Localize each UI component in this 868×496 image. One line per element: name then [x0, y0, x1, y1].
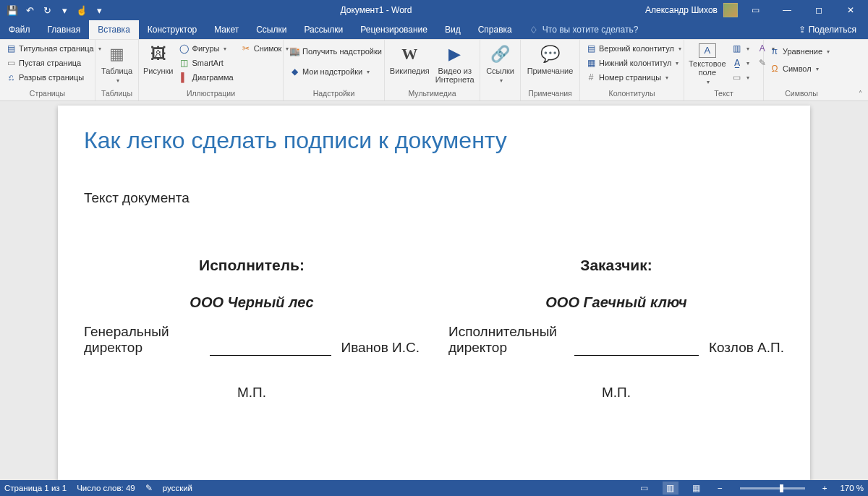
link-icon: 🔗 — [490, 43, 511, 65]
undo-icon[interactable]: ↶ — [22, 2, 38, 18]
group-header-footer-label: Колонтитулы — [583, 89, 681, 101]
header-button[interactable]: ▤Верхний колонтитул▾ — [583, 42, 684, 56]
tab-file[interactable]: Файл — [0, 20, 39, 39]
status-page[interactable]: Страница 1 из 1 — [4, 484, 67, 492]
smartart-button[interactable]: ◫SmartArt — [176, 56, 237, 70]
group-links-label — [483, 89, 517, 101]
smartart-icon: ◫ — [179, 59, 190, 69]
maximize-icon[interactable]: ◻ — [804, 0, 833, 20]
online-video-button[interactable]: ▶ Видео из Интернета — [433, 40, 477, 84]
equation-icon: π — [770, 47, 780, 57]
footer-icon: ▦ — [586, 59, 596, 69]
text-box-icon: A — [699, 43, 716, 58]
tab-review[interactable]: Рецензирование — [352, 20, 436, 39]
blank-page-button[interactable]: ▭Пустая страница — [3, 56, 104, 70]
signer-role-right: Исполнительный директор — [448, 324, 564, 356]
share-label: Поделиться — [809, 25, 856, 35]
tab-design[interactable]: Конструктор — [139, 20, 205, 39]
signer-name-right: Козлов А.П. — [709, 340, 784, 356]
page-break-button[interactable]: ⎌Разрыв страницы — [3, 71, 104, 85]
signer-title-right: Заказчик: — [448, 257, 784, 274]
group-media: W Википедия ▶ Видео из Интернета Мультим… — [385, 39, 480, 101]
tab-layout[interactable]: Макет — [205, 20, 247, 39]
signer-title-left: Исполнитель: — [84, 257, 420, 274]
read-mode-icon[interactable]: ▭ — [637, 482, 652, 495]
share-button[interactable]: ⇪ Поделиться — [794, 23, 861, 36]
status-language[interactable]: русский — [163, 484, 192, 492]
ribbon-display-options-icon[interactable]: ▭ — [741, 0, 770, 20]
signature-right[interactable]: Заказчик: ООО Гаечный ключ Исполнительны… — [448, 257, 784, 401]
signer-name-left: Иванов И.С. — [341, 340, 420, 356]
tab-help[interactable]: Справка — [469, 20, 521, 39]
my-addins-button[interactable]: ◆Мои надстройки▾ — [286, 65, 385, 79]
document-heading[interactable]: Как легко сделать подписи к документу — [84, 127, 784, 154]
title-bar: 💾 ↶ ↻ ▾ ☝ ▾ Документ1 - Word Александр Ш… — [0, 0, 868, 20]
signature-block: Исполнитель: ООО Черный лес Генеральный … — [84, 257, 784, 401]
video-icon: ▶ — [444, 43, 466, 65]
share-icon: ⇪ — [799, 25, 806, 35]
group-comments: 💬 Примечание Примечания — [521, 39, 580, 101]
group-illustrations: 🖼 Рисунки ◯Фигуры▾ ◫SmartArt ▌Диаграмма … — [139, 39, 284, 101]
group-addins-label: Надстройки — [286, 89, 381, 101]
table-button[interactable]: ▦ Таблица▾ — [98, 40, 135, 85]
cover-page-button[interactable]: ▤Титульная страница▾ — [3, 42, 104, 56]
minimize-icon[interactable]: — — [773, 0, 801, 20]
tell-me-search[interactable]: ♢ Что вы хотите сделать? — [521, 20, 647, 39]
wikipedia-button[interactable]: W Википедия — [388, 40, 432, 75]
close-icon[interactable]: ✕ — [836, 0, 865, 20]
tab-references[interactable]: Ссылки — [247, 20, 295, 39]
document-area[interactable]: Как легко сделать подписи к документу Те… — [0, 101, 868, 480]
zoom-out-button[interactable]: − — [715, 484, 726, 492]
tab-mailings[interactable]: Рассылки — [295, 20, 352, 39]
shapes-button[interactable]: ◯Фигуры▾ — [176, 42, 237, 56]
page-break-icon: ⎌ — [6, 73, 16, 83]
touch-mode-icon[interactable]: ☝ — [74, 2, 90, 18]
status-word-count[interactable]: Число слов: 49 — [77, 484, 135, 492]
qat-more-icon[interactable]: ▾ — [91, 2, 107, 18]
group-comments-label: Примечания — [524, 89, 576, 101]
redo-icon[interactable]: ↻ — [39, 2, 55, 18]
get-addins-button[interactable]: 🏬Получить надстройки — [286, 45, 385, 59]
signature-line-right — [574, 343, 699, 356]
signer-role-left: Генеральный директор — [84, 324, 200, 356]
tab-view[interactable]: Вид — [436, 20, 469, 39]
print-layout-icon[interactable]: ▥ — [663, 482, 678, 495]
footer-button[interactable]: ▦Нижний колонтитул▾ — [583, 56, 684, 70]
avatar[interactable] — [723, 3, 738, 17]
account-name[interactable]: Александр Шихов — [645, 5, 718, 15]
blank-page-icon: ▭ — [6, 59, 16, 69]
zoom-in-button[interactable]: + — [820, 484, 830, 492]
collapse-ribbon-icon[interactable]: ˄ — [856, 88, 865, 99]
zoom-thumb[interactable] — [780, 484, 783, 492]
symbol-icon: Ω — [770, 64, 780, 74]
equation-button[interactable]: πУравнение▾ — [767, 45, 833, 59]
page-number-button[interactable]: #Номер страницы▾ — [583, 71, 684, 85]
symbol-button[interactable]: ΩСимвол▾ — [767, 62, 833, 76]
stamp-place-right: М.П. — [448, 385, 784, 401]
zoom-slider[interactable] — [740, 487, 805, 489]
shapes-icon: ◯ — [179, 44, 190, 54]
page[interactable]: Как легко сделать подписи к документу Те… — [58, 106, 810, 480]
text-box-button[interactable]: A Текстовое поле▾ — [687, 40, 728, 87]
document-body-text[interactable]: Текст документа — [84, 190, 784, 206]
web-layout-icon[interactable]: ▦ — [689, 482, 705, 495]
comment-icon: 💬 — [540, 43, 561, 65]
tab-home[interactable]: Главная — [39, 20, 90, 39]
customize-qat-icon[interactable]: ▾ — [56, 2, 72, 18]
save-icon[interactable]: 💾 — [4, 2, 20, 18]
pictures-button[interactable]: 🖼 Рисунки — [142, 40, 175, 75]
zoom-level[interactable]: 170 % — [840, 484, 864, 492]
proofing-icon[interactable]: ✎ — [145, 483, 153, 493]
group-illustrations-label: Иллюстрации — [142, 89, 280, 101]
signature-left[interactable]: Исполнитель: ООО Черный лес Генеральный … — [84, 257, 420, 401]
comment-button[interactable]: 💬 Примечание — [524, 40, 576, 75]
drop-cap-icon: A̲ — [732, 59, 742, 69]
tab-insert[interactable]: Вставка — [89, 20, 139, 39]
group-tables-label: Таблицы — [98, 89, 135, 101]
lightbulb-icon: ♢ — [529, 25, 538, 35]
stamp-place-left: М.П. — [84, 385, 420, 401]
links-button[interactable]: 🔗 Ссылки▾ — [483, 40, 517, 85]
chart-button[interactable]: ▌Диаграмма — [176, 71, 237, 85]
group-text-label: Текст — [687, 89, 760, 101]
signer-org-right: ООО Гаечный ключ — [448, 294, 784, 311]
